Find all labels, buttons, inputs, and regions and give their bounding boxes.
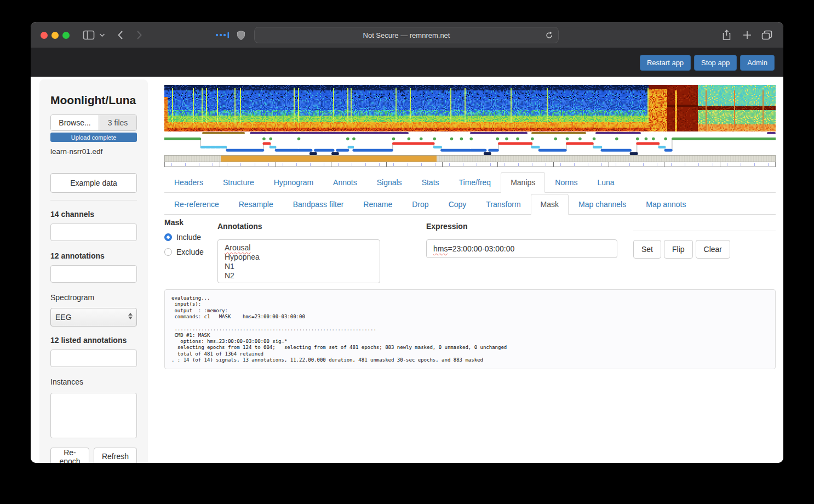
- overview-visualization: [164, 85, 776, 167]
- tab-overview-icon[interactable]: [761, 22, 772, 48]
- epoch-ruler: [164, 162, 776, 167]
- ruler-tick: [283, 163, 283, 166]
- example-data-button[interactable]: Example data: [50, 173, 137, 193]
- expression-value-rest: =23:00:00-03:00:00: [448, 244, 514, 253]
- subtab-bandpass-filter[interactable]: Bandpass filter: [283, 194, 354, 215]
- tab-annots[interactable]: Annots: [323, 172, 367, 193]
- console-line: options: hms=23:00:00-03:00:00 sig=*: [171, 339, 775, 345]
- exclude-radio[interactable]: [164, 248, 172, 256]
- subtab-map-annots[interactable]: Map annots: [636, 194, 696, 215]
- subtab-re-reference[interactable]: Re-reference: [164, 194, 229, 215]
- zoom-window-button[interactable]: [62, 32, 70, 39]
- browse-button[interactable]: Browse...: [51, 115, 99, 130]
- annotations-label: 12 annotations: [50, 251, 137, 260]
- clear-button[interactable]: Clear: [696, 240, 730, 259]
- channels-input[interactable]: [50, 224, 137, 241]
- admin-button[interactable]: Admin: [740, 55, 775, 71]
- chevron-down-icon[interactable]: [99, 22, 105, 48]
- stop-app-button[interactable]: Stop app: [694, 55, 737, 71]
- subtab-mask[interactable]: Mask: [531, 194, 569, 215]
- url-text: Not Secure — remnrem.net: [363, 31, 450, 39]
- spectrogram-channel-select[interactable]: EEG: [50, 308, 137, 327]
- ruler-tick: [754, 163, 755, 166]
- uploaded-file-name: learn-nsrr01.edf: [50, 147, 137, 156]
- annotations-listbox[interactable]: Arousal Hypopnea N1 N2: [217, 239, 380, 283]
- ruler-cell: [554, 162, 609, 167]
- subtab-copy[interactable]: Copy: [439, 194, 477, 215]
- close-window-button[interactable]: [41, 32, 48, 39]
- re-epoch-button[interactable]: Re-epoch: [50, 448, 89, 463]
- subtab-resample[interactable]: Resample: [229, 194, 283, 215]
- ruler-tick: [671, 163, 672, 166]
- set-button[interactable]: Set: [633, 240, 661, 259]
- ruler-tick: [643, 163, 644, 166]
- tab-time-freq[interactable]: Time/freq: [449, 172, 501, 193]
- annotations-list-label: Annotations: [217, 222, 380, 231]
- exclude-radio-label: Exclude: [176, 248, 204, 256]
- expression-input[interactable]: hms=23:00:00-03:00:00: [426, 239, 617, 258]
- annotation-stage-bars: [164, 131, 776, 135]
- spectrogram-label: Spectrogram: [50, 293, 137, 302]
- ruler-tick: [477, 163, 477, 166]
- ruler-tick: [296, 163, 297, 166]
- restart-app-button[interactable]: Restart app: [640, 55, 691, 71]
- channels-label: 14 channels: [50, 210, 137, 219]
- flip-button[interactable]: Flip: [664, 240, 693, 259]
- reload-icon[interactable]: [545, 31, 553, 39]
- annotations-input[interactable]: [50, 265, 137, 283]
- console-line: input(s):: [171, 301, 775, 307]
- tab-luna[interactable]: Luna: [588, 172, 624, 193]
- subtab-map-channels[interactable]: Map channels: [569, 194, 636, 215]
- ruler-tick: [698, 163, 699, 166]
- ruler-tick: [657, 163, 657, 166]
- mask-timeline-bar[interactable]: [164, 155, 776, 162]
- ruler-cell: [331, 162, 387, 167]
- ruler-tick: [421, 163, 422, 166]
- tab-headers[interactable]: Headers: [164, 172, 213, 193]
- tab-structure[interactable]: Structure: [213, 172, 264, 193]
- back-icon[interactable]: [117, 22, 123, 48]
- annotation-option-n1[interactable]: N1: [225, 262, 380, 271]
- ruler-tick: [324, 163, 324, 166]
- ruler-tick: [449, 163, 450, 166]
- ruler-tick: [171, 163, 172, 166]
- browser-toolbar: Not Secure — remnrem.net: [31, 22, 783, 48]
- address-bar[interactable]: Not Secure — remnrem.net: [254, 27, 559, 43]
- page-content: Moonlight/Luna Browse... 3 files Upload …: [31, 77, 783, 463]
- annotation-option-hypopnea[interactable]: Hypopnea: [225, 253, 380, 262]
- subtab-rename[interactable]: Rename: [353, 194, 402, 215]
- tab-signals[interactable]: Signals: [367, 172, 412, 193]
- console-line: ........................................…: [171, 326, 775, 332]
- share-icon[interactable]: [722, 22, 731, 48]
- annotation-option-n2[interactable]: N2: [225, 271, 380, 280]
- stage-bar-purple: [767, 132, 776, 134]
- new-tab-icon[interactable]: [743, 22, 752, 48]
- refresh-button[interactable]: Refresh: [94, 448, 137, 463]
- shield-icon[interactable]: [237, 22, 245, 48]
- tab-stats[interactable]: Stats: [412, 172, 449, 193]
- minimize-window-button[interactable]: [51, 32, 59, 39]
- instances-input[interactable]: [50, 393, 137, 438]
- subtab-transform[interactable]: Transform: [476, 194, 530, 215]
- ruler-tick: [601, 163, 602, 166]
- stage-bar-purple: [595, 132, 641, 134]
- mask-selected-region[interactable]: [221, 156, 436, 162]
- sidebar-icon[interactable]: [83, 22, 95, 48]
- ruler-cell: [720, 162, 775, 167]
- ruler-tick: [268, 163, 269, 166]
- ruler-tick: [255, 163, 255, 166]
- include-radio[interactable]: [164, 233, 172, 241]
- listed-annotations-input[interactable]: [50, 350, 137, 367]
- console-output: evaluating... input(s): output : :memory…: [164, 289, 776, 369]
- expression-label: Expression: [426, 222, 617, 231]
- forward-icon[interactable]: [136, 22, 142, 48]
- tab-group-dots-icon[interactable]: [215, 22, 230, 48]
- subtab-drop[interactable]: Drop: [402, 194, 438, 215]
- tab-norms[interactable]: Norms: [545, 172, 587, 193]
- mask-panel: Mask Include Exclude Annotations Arousal…: [164, 218, 776, 283]
- annotation-option-arousal[interactable]: Arousal: [225, 243, 380, 253]
- tab-manips[interactable]: Manips: [501, 172, 545, 193]
- stage-bar-purple: [250, 132, 409, 134]
- tab-hypnogram[interactable]: Hypnogram: [264, 172, 323, 193]
- ruler-tick: [546, 163, 546, 166]
